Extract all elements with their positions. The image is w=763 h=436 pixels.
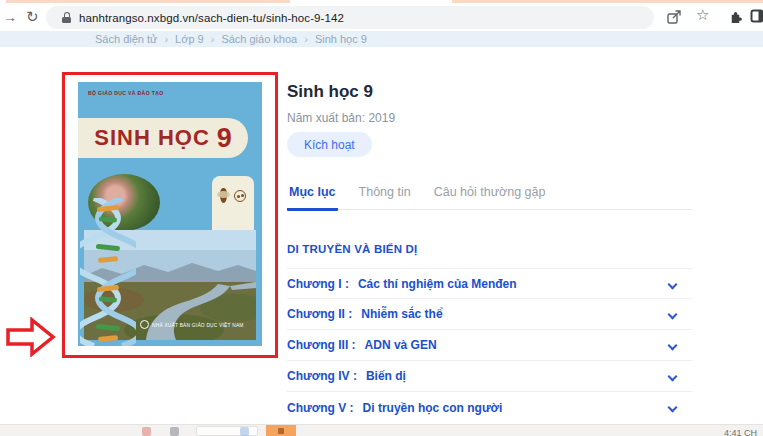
reload-button[interactable]: ↻ [26, 8, 39, 26]
cover-title-banner: SINH HỌC 9 [78, 118, 248, 158]
chevron-down-icon [668, 403, 678, 413]
chapter-prefix: Chương IV : [287, 369, 357, 383]
taskbar-icon[interactable] [142, 427, 151, 436]
breadcrumb-item-ebooks[interactable]: Sách điện tử [95, 33, 157, 45]
fly-icon [220, 188, 227, 203]
activate-button[interactable]: Kích hoạt [287, 132, 372, 157]
chapter-prefix: Chương V : [287, 401, 354, 415]
cover-publisher: NHÀ XUẤT BẢN GIÁO DỤC VIỆT NAM [140, 320, 262, 329]
tab-cau-hoi[interactable]: Câu hỏi thường gặp [432, 185, 548, 209]
page-title: Sinh học 9 [287, 82, 373, 102]
chapter-prefix: Chương III : [287, 338, 356, 352]
fly-diagram [212, 176, 254, 222]
cover-title-text: SINH HỌC [94, 125, 210, 151]
dna-helix-graphic [80, 198, 136, 346]
toc-chapter-row[interactable]: Chương I : Các thí nghiệm của Menđen [287, 268, 692, 299]
profile-icon [750, 9, 763, 23]
chapter-title: Di truyền học con người [363, 401, 503, 415]
chapter-title: Biến dị [366, 369, 406, 383]
tab-thong-tin[interactable]: Thông tin [357, 185, 413, 209]
chapter-prefix: Chương II : [287, 307, 352, 321]
toc-list: Chương I : Các thí nghiệm của Menđen Chư… [287, 268, 692, 423]
breadcrumb-item-textbook[interactable]: Sách giáo khoa [221, 33, 297, 45]
chapter-title: Các thí nghiệm của Menđen [358, 277, 517, 291]
profile-button[interactable] [750, 9, 763, 25]
chapter-title: ADN và GEN [365, 338, 437, 352]
tab-muc-luc[interactable]: Mục lục [287, 185, 338, 211]
toc-chapter-row[interactable]: Chương V : Di truyền học con người [287, 392, 692, 423]
chapter-title: Nhiễm sắc thể [361, 307, 442, 321]
taskbar-icon[interactable] [240, 427, 249, 436]
cover-grade-text: 9 [217, 123, 232, 154]
chevron-down-icon [668, 372, 678, 382]
breadcrumb: Sách điện tử › Lớp 9 › Sách giáo khoa › … [0, 31, 763, 47]
share-icon [666, 9, 682, 25]
publisher-logo-icon [140, 320, 149, 329]
book-cover[interactable]: BỘ GIÁO DỤC VÀ ĐÀO TẠO SINH HỌC 9 [78, 82, 262, 346]
chromosome-circle-icon [234, 190, 246, 202]
taskbar-active-app[interactable] [266, 425, 296, 436]
breadcrumb-item-current[interactable]: Sinh học 9 [315, 33, 367, 45]
book-details: Sinh học 9 Năm xuất bản: 2019 Kích hoạt … [287, 72, 692, 424]
taskbar-icon[interactable] [170, 427, 179, 436]
bookmark-button[interactable]: ☆ [696, 6, 712, 22]
chapter-prefix: Chương I : [287, 277, 349, 291]
taskbar-clock: 4:41 CH [724, 428, 757, 436]
chevron-down-icon [668, 280, 678, 290]
forward-button[interactable]: → [3, 8, 17, 26]
toc-chapter-row[interactable]: Chương III : ADN và GEN [287, 330, 692, 361]
cover-ministry-text: BỘ GIÁO DỤC VÀ ĐÀO TẠO [88, 91, 163, 96]
toc-chapter-row[interactable]: Chương IV : Biến dị [287, 361, 692, 392]
annotation-arrow [5, 317, 57, 357]
screen: → ↻ hanhtrangso.nxbgd.vn/sach-dien-tu/si… [0, 0, 763, 436]
toc-section-header: DI TRUYỀN VÀ BIẾN DỊ [287, 243, 418, 255]
address-bar[interactable]: hanhtrangso.nxbgd.vn/sach-dien-tu/sinh-h… [46, 6, 654, 29]
chevron-down-icon [668, 341, 678, 351]
publish-year-text: Năm xuất bản: 2019 [287, 111, 395, 125]
breadcrumb-item-grade[interactable]: Lớp 9 [175, 33, 204, 45]
breadcrumb-separator: › [164, 33, 168, 45]
puzzle-icon [728, 9, 743, 24]
lock-icon [62, 12, 71, 23]
browser-toolbar: → ↻ hanhtrangso.nxbgd.vn/sach-dien-tu/si… [0, 3, 763, 31]
tab-bar: Mục lục Thông tin Câu hỏi thường gặp [287, 185, 692, 210]
breadcrumb-separator: › [211, 33, 215, 45]
url-text: hanhtrangso.nxbgd.vn/sach-dien-tu/sinh-h… [79, 12, 344, 24]
share-button[interactable] [666, 9, 682, 25]
chevron-down-icon [668, 310, 678, 320]
taskbar: 4:41 CH [0, 424, 763, 436]
publisher-name-text: NHÀ XUẤT BẢN GIÁO DỤC VIỆT NAM [152, 322, 244, 327]
breadcrumb-separator: › [304, 33, 308, 45]
toc-chapter-row[interactable]: Chương II : Nhiễm sắc thể [287, 299, 692, 330]
extensions-button[interactable] [728, 9, 744, 25]
